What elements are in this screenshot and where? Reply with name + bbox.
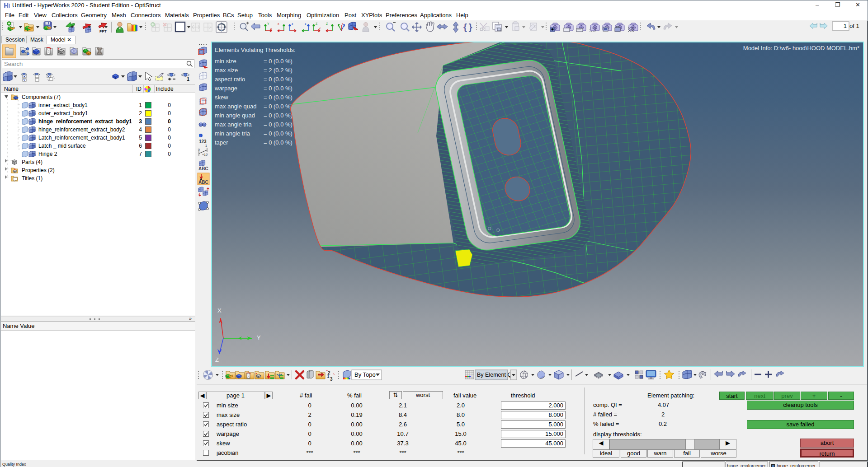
svg-text:ABC: ABC [198,166,208,171]
svg-text:1: 1 [327,374,330,379]
svg-text:1: 1 [844,23,847,29]
svg-text:z: z [305,22,307,25]
svg-text:ABC: ABC [198,180,208,185]
svg-text:Z: Z [215,356,219,363]
svg-text:0: 0 [198,148,200,151]
svg-text:of 1: of 1 [849,23,859,29]
svg-text:Z: Z [326,22,328,25]
svg-text:x: x [278,22,279,25]
svg-text:Y: Y [319,27,321,30]
svg-text:+10': +10' [202,153,208,156]
svg-text:x: x [270,27,272,30]
svg-text:Y: Y [257,334,261,341]
svg-text:1: 1 [205,144,207,147]
svg-text:123: 123 [199,139,207,144]
svg-text:Z: Z [316,22,318,25]
svg-text:By Topo: By Topo [354,371,376,378]
svg-text:PPT: PPT [99,29,107,33]
svg-text:{ }: { } [463,22,472,32]
svg-text:3: 3 [330,377,333,382]
svg-text:X: X [217,307,222,314]
svg-text:By Element Ql: By Element Ql [477,372,513,378]
svg-text:x: x [342,22,344,25]
svg-text:Y: Y [267,22,269,25]
svg-text:i: i [200,134,201,138]
svg-text:z: z [292,22,293,25]
svg-text:1: 1 [187,76,189,82]
